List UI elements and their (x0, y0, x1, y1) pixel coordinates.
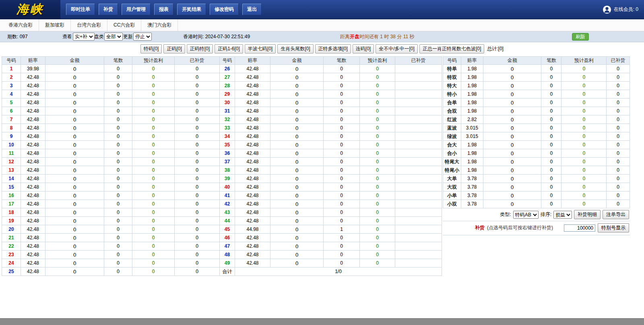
ball-number-cell[interactable]: 2 (2, 73, 21, 82)
ball-number-cell[interactable]: 3 (2, 82, 21, 90)
ball-number-cell[interactable]: 26 (220, 65, 235, 73)
bet-type-cell[interactable]: 绿波 (443, 132, 461, 141)
horizontal-scrollbar[interactable] (0, 318, 644, 325)
bet-type-cell[interactable]: 特尾大 (443, 158, 461, 166)
ball-number-cell[interactable]: 24 (2, 259, 21, 267)
filter-special-code[interactable]: 特码[0] (140, 44, 162, 53)
refresh-button[interactable]: 刷新 (572, 33, 589, 41)
filter-normal-code[interactable]: 正码[0] (163, 44, 185, 53)
filter-consecutive-codes[interactable]: 连码[0] (353, 44, 374, 53)
ball-number-cell[interactable]: 4 (2, 90, 21, 99)
ball-number-cell[interactable]: 47 (220, 242, 235, 251)
ball-number-cell[interactable]: 30 (220, 99, 235, 107)
lottery-tab-hongkong[interactable]: 香港六合彩 (2, 19, 39, 31)
ball-number-cell[interactable]: 10 (2, 141, 21, 149)
menu-logout[interactable]: 退出 (242, 4, 262, 15)
ball-number-cell[interactable]: 7 (2, 115, 21, 124)
lottery-tab-taiwan[interactable]: 台湾六合彩 (71, 19, 107, 31)
ball-number-cell[interactable]: 17 (2, 200, 21, 208)
ball-number-cell[interactable]: 13 (2, 166, 21, 175)
ball-number-cell[interactable]: 16 (2, 191, 21, 200)
lottery-tab-cc[interactable]: CC六合彩 (107, 19, 141, 31)
ball-number-cell[interactable]: 35 (220, 141, 235, 149)
ball-number-cell[interactable]: 41 (220, 191, 235, 200)
special-number-display-button[interactable]: 特别号显示 (598, 223, 629, 232)
ball-number-cell[interactable]: 1 (2, 65, 21, 73)
bet-type-cell[interactable]: 特单 (443, 65, 461, 73)
ball-number-cell[interactable]: 12 (2, 158, 21, 166)
ball-number-cell[interactable]: 11 (2, 149, 21, 158)
sort-select[interactable]: 损益 (553, 211, 572, 219)
ball-number-cell[interactable]: 39 (220, 175, 235, 183)
ball-number-cell[interactable]: 18 (2, 208, 21, 217)
view-select[interactable]: 实+补 (73, 33, 95, 41)
lottery-tab-macau[interactable]: 澳门六合彩 (141, 19, 178, 31)
type-select[interactable]: 特码AB (513, 211, 539, 219)
ball-number-cell[interactable]: 14 (2, 175, 21, 183)
ball-number-cell[interactable]: 43 (220, 208, 235, 217)
ball-number-cell[interactable]: 19 (2, 217, 21, 225)
filter-zodiac-tail-color-wave[interactable]: 正总一肖正特尾数七色波[0] (419, 44, 484, 53)
ball-number-cell[interactable]: 5 (2, 99, 21, 107)
menu-change-password[interactable]: 修改密码 (210, 4, 239, 15)
ball-number-cell[interactable]: 38 (220, 166, 235, 175)
restock-action-label[interactable]: 补货 (475, 224, 485, 231)
ball-number-cell[interactable]: 20 (2, 225, 21, 234)
ball-number-cell[interactable]: 48 (220, 251, 235, 259)
update-select[interactable]: 停止 (133, 33, 152, 41)
filter-special-multi-option[interactable]: 正特多选项[0] (315, 44, 351, 53)
bet-type-cell[interactable]: 特小 (443, 90, 461, 99)
ball-number-cell[interactable]: 34 (220, 132, 235, 141)
menu-user-management[interactable]: 用户管理 (122, 4, 151, 15)
ball-number-cell[interactable]: 27 (220, 73, 235, 82)
ball-number-cell[interactable]: 31 (220, 107, 235, 115)
bet-export-button[interactable]: 注单导出 (603, 210, 629, 219)
bet-type-cell[interactable]: 特双 (443, 73, 461, 82)
pan-select[interactable]: 全部 (104, 33, 123, 41)
filter-zodiac-head-tail[interactable]: 生肖头尾数[0] (277, 44, 313, 53)
ball-number-cell[interactable]: 25 (2, 267, 21, 276)
ball-number-cell[interactable]: 49 (220, 259, 235, 267)
filter-normal-code-special[interactable]: 正码特[0] (187, 44, 213, 53)
lottery-tab-singapore[interactable]: 新加坡彩 (39, 19, 71, 31)
bet-type-cell[interactable]: 合单 (443, 99, 461, 107)
ball-number-cell[interactable]: 36 (220, 149, 235, 158)
ball-number-cell[interactable]: 6 (2, 107, 21, 115)
ball-number-cell[interactable]: 46 (220, 234, 235, 242)
restock-detail-button[interactable]: 补货明细 (574, 210, 601, 219)
ball-number-cell[interactable]: 40 (220, 183, 235, 191)
ball-number-cell[interactable]: 8 (2, 124, 21, 132)
filter-normal-code-1-6[interactable]: 正码1-6[0] (215, 44, 243, 53)
bet-type-cell[interactable]: 特大 (443, 82, 461, 90)
ball-number-cell[interactable]: 32 (220, 115, 235, 124)
restock-amount-input[interactable] (564, 224, 595, 232)
menu-restock[interactable]: 补货 (99, 4, 118, 15)
ball-number-cell[interactable]: 22 (2, 242, 21, 251)
ball-number-cell[interactable]: 15 (2, 183, 21, 191)
ball-number-cell[interactable]: 44 (220, 217, 235, 225)
bet-type-cell[interactable]: 红波 (443, 115, 461, 124)
bet-type-cell[interactable]: 合双 (443, 107, 461, 115)
ball-number-cell[interactable]: 23 (2, 251, 21, 259)
ball-number-cell[interactable]: 28 (220, 82, 235, 90)
bet-type-cell[interactable]: 蓝波 (443, 124, 461, 132)
bet-type-cell[interactable]: 大单 (443, 175, 461, 183)
bet-type-cell[interactable]: 合小 (443, 149, 461, 158)
bet-type-cell[interactable]: 小双 (443, 200, 461, 208)
ball-number-cell[interactable]: 21 (2, 234, 21, 242)
ball-number-cell[interactable]: 9 (2, 132, 21, 141)
bet-type-cell[interactable]: 合大 (443, 141, 461, 149)
bet-type-cell[interactable]: 大双 (443, 183, 461, 191)
menu-draw-results[interactable]: 开奖结果 (177, 4, 206, 15)
ball-number-cell[interactable]: 45 (220, 225, 235, 234)
filter-half-wave-seven[interactable]: 半波七码[0] (245, 44, 276, 53)
ball-number-cell[interactable]: 29 (220, 90, 235, 99)
menu-instant-bets[interactable]: 即时注单 (66, 4, 95, 15)
ball-number-cell[interactable]: 42 (220, 200, 235, 208)
ball-number-cell[interactable]: 33 (220, 124, 235, 132)
bet-type-cell[interactable]: 小单 (443, 191, 461, 200)
bet-type-cell[interactable]: 特尾小 (443, 166, 461, 175)
menu-reports[interactable]: 报表 (154, 4, 173, 15)
ball-number-cell[interactable]: 37 (220, 158, 235, 166)
filter-all-miss-multi-hit[interactable]: 全不中/多中一[0] (376, 44, 418, 53)
